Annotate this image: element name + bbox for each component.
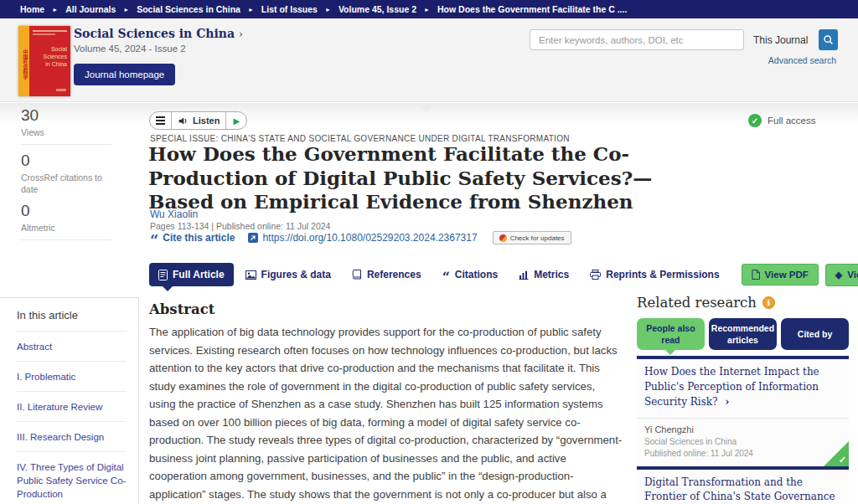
check-circle-icon: ✓ [748,114,762,127]
journal-cover-title: Social Sciences in China [44,45,67,68]
crossref-label: CrossRef citations to date [21,172,111,195]
listen-button[interactable]: Listen [172,112,225,129]
breadcrumb-link-all-journals[interactable]: All Journals [65,4,116,14]
search-scope-value: This Journal [753,34,808,46]
author-link[interactable]: Wu Xiaolin [150,208,198,220]
crossmark-icon [499,234,507,242]
chevron-right-icon: › [725,395,729,408]
full-access-label: Full access [768,116,816,126]
check-updates-label: Check for updates [510,234,565,242]
tab-label: Full Article [173,269,225,280]
breadcrumb-link-journal[interactable]: Social Sciences in China [137,4,240,14]
info-icon[interactable]: i [762,296,775,309]
quote-icon: “ [442,275,450,280]
views-label: Views [21,126,111,138]
listen-label: Listen [193,116,220,126]
check-icon: ✓ [839,455,846,465]
search-icon [823,34,834,45]
divider [21,239,111,240]
tab-label: Metrics [534,269,569,280]
header-shadow [0,103,858,123]
journal-cover-decoration [33,30,67,32]
related-article-date: Published online: 11 Jul 2024 [644,449,841,458]
breadcrumb-link-issue[interactable]: Volume 45, Issue 2 [339,4,416,14]
tab-cited-by[interactable]: Cited by [781,318,849,350]
divider [21,144,111,145]
tab-full-article[interactable]: Full Article [149,263,234,286]
book-icon [352,270,362,280]
breadcrumb-arrow-icon: ► [52,7,58,13]
journal-name: Social Sciences in China [74,27,235,40]
doi-link[interactable]: https://doi.org/10.1080/02529203.2024.23… [248,232,477,244]
altmetric-count: 0 [21,202,111,220]
related-article-meta: Yi Chengzhi Social Sciences in China Pub… [637,418,849,466]
full-access-badge: ✓ Full access [748,114,816,127]
tab-figures-data[interactable]: Figures & data [236,263,340,286]
breadcrumb-link-home[interactable]: Home [20,4,44,14]
check-for-updates-button[interactable]: Check for updates [493,231,571,244]
breadcrumb-arrow-icon: ► [123,7,129,13]
related-article-title: Digital Transformation and the Frontier … [644,476,835,502]
bar-chart-icon [519,270,529,280]
journal-cover-thumbnail[interactable]: 中国社会科学 Social Sciences in China [18,26,70,96]
journal-header: 中国社会科学 Social Sciences in China Social S… [0,18,858,102]
tab-recommended-articles[interactable]: Recommended articles [709,318,777,350]
search-input[interactable] [530,29,744,50]
image-icon [246,270,256,280]
related-article-link[interactable]: Digital Transformation and the Frontier … [637,470,849,504]
view-pdf-button[interactable]: View PDF [742,264,819,285]
tab-people-also-read[interactable]: People also read [637,318,705,350]
tab-label: People also read [639,322,702,346]
view-epub-button[interactable]: ◈ View EPUB [825,264,858,286]
toc-item-abstract[interactable]: Abstract [17,331,127,361]
search-scope-select[interactable]: This Journal ▾ [753,29,825,50]
journal-homepage-button[interactable]: Journal homepage [74,64,175,85]
related-research-panel: Related research i People also read Reco… [637,295,849,504]
journal-issue-link[interactable]: Volume 45, 2024 - Issue 2 [74,44,243,54]
toc-item-research-design[interactable]: III. Research Design [17,421,127,451]
chevron-right-icon: › [239,28,243,40]
quote-icon: “ [150,238,158,244]
related-research-heading: Related research i [637,295,849,311]
article-tabbar: Full Article Figures & data References “… [149,263,858,286]
tab-reprints-permissions[interactable]: Reprints & Permissions [581,263,728,286]
search-button[interactable] [819,29,838,50]
tab-label: Reprints & Permissions [606,269,719,280]
view-epub-label: View EPUB [847,270,858,280]
external-link-icon [248,233,258,243]
breadcrumb-arrow-icon: ► [248,7,254,13]
listen-menu-button[interactable] [150,112,172,129]
doi-text: https://doi.org/10.1080/02529203.2024.23… [262,232,477,244]
related-article-link[interactable]: How Does the Internet Impact the Public'… [637,359,849,418]
tab-metrics[interactable]: Metrics [509,263,578,286]
page: Home ► All Journals ► Social Sciences in… [0,0,858,504]
active-tab-pointer [665,350,675,355]
menu-icon [156,116,165,125]
journal-name-link[interactable]: Social Sciences in China › [74,27,243,40]
speaker-icon [178,116,189,126]
tab-citations[interactable]: “ Citations [433,263,508,286]
crossref-count: 0 [21,152,111,170]
related-article-list: How Does the Internet Impact the Public'… [637,356,849,504]
related-article-card: Digital Transformation and the Frontier … [637,466,849,504]
active-tab-pointer [163,286,173,291]
view-pdf-label: View PDF [765,270,809,280]
toc-item-literature-review[interactable]: II. Literature Review [17,391,127,421]
toc-title: In this article [17,298,127,331]
cite-this-article-link[interactable]: “ Cite this article [150,232,235,244]
related-article-card: How Does the Internet Impact the Public'… [637,356,849,466]
advanced-search-link[interactable]: Advanced search [768,55,836,65]
printer-icon [590,270,601,280]
pdf-document-icon [752,270,760,280]
toc-item-problematic[interactable]: I. Problematic [17,361,127,391]
article-metrics: 30 Views 0 CrossRef citations to date 0 … [21,106,111,247]
publication-info: Pages 113-134 | Published online: 11 Jul… [150,221,330,231]
breadcrumb-link-list-of-issues[interactable]: List of Issues [261,4,318,14]
breadcrumb-current-article: How Does the Government Facilitate the C… [437,4,627,14]
related-research-tabs: People also read Recommended articles Ci… [637,318,849,350]
tab-references[interactable]: References [343,263,431,286]
altmetric-label: Altmetric [21,222,111,234]
journal-cover-logo [56,89,66,91]
toc-item-three-types[interactable]: IV. Three Types of Digital Public Safety… [17,451,127,504]
play-button[interactable]: ▶ [225,112,246,129]
